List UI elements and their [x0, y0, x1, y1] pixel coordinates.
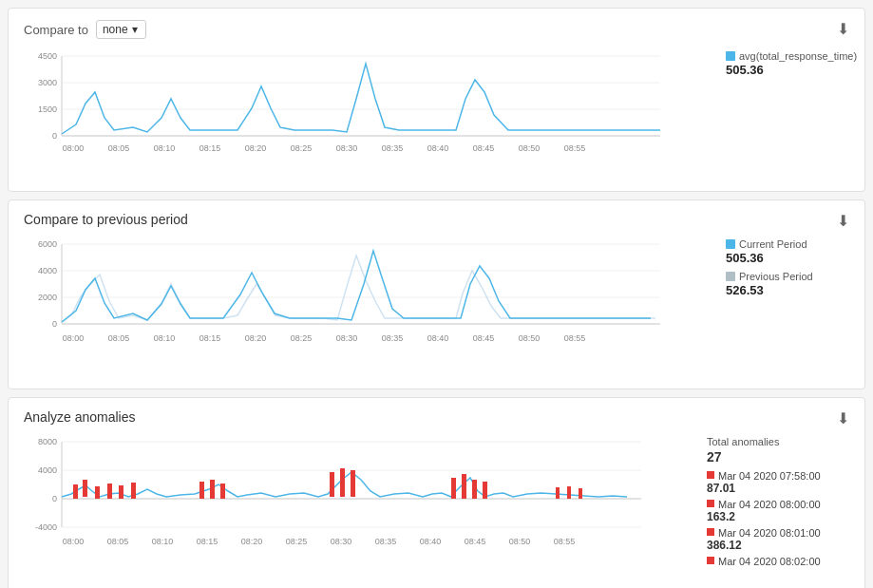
svg-text:1500: 1500 — [38, 104, 57, 114]
anomaly-entry-2: Mar 04 2020 08:01:00 386.12 — [707, 527, 849, 552]
svg-text:08:50: 08:50 — [509, 537, 531, 546]
anomaly-bar — [579, 488, 582, 499]
svg-text:08:30: 08:30 — [331, 537, 352, 546]
anomaly-bar — [220, 484, 225, 499]
anomaly-bar — [567, 486, 571, 499]
svg-text:0: 0 — [52, 494, 57, 503]
anomaly-entry-1: Mar 04 2020 08:00:00 163.2 — [707, 499, 849, 523]
svg-text:08:40: 08:40 — [420, 537, 442, 546]
download-button-2[interactable]: ⬇ — [837, 212, 849, 230]
svg-text:08:40: 08:40 — [427, 333, 449, 343]
anomaly-bar — [483, 482, 487, 499]
chart-svg-1: 4500 3000 1500 0 08:00 08:05 08:10 08:15… — [24, 47, 670, 180]
anomaly-val-0: 87.01 — [707, 482, 849, 495]
chart-wrapper-1: 4500 3000 1500 0 08:00 08:05 08:10 08:15… — [24, 47, 714, 180]
anomaly-bar — [556, 487, 560, 499]
anomaly-date-1: Mar 04 2020 08:00:00 — [718, 499, 821, 510]
legend-current: Current Period 505.36 — [726, 238, 849, 265]
legend-value-1: 505.36 — [726, 63, 849, 77]
anomaly-bar — [451, 478, 456, 499]
svg-text:0: 0 — [52, 319, 57, 329]
legend-label-text-1: avg(total_response_time) — [739, 50, 857, 62]
svg-text:3000: 3000 — [38, 78, 57, 87]
anomaly-count: 27 — [707, 449, 849, 465]
legend-2: Current Period 505.36 Previous Period 52… — [726, 235, 849, 377]
anomaly-val-1: 163.2 — [707, 510, 849, 523]
svg-text:08:45: 08:45 — [473, 333, 495, 343]
svg-text:08:35: 08:35 — [375, 537, 397, 546]
svg-text:08:00: 08:00 — [63, 333, 85, 343]
svg-text:08:10: 08:10 — [152, 537, 174, 546]
svg-text:08:00: 08:00 — [63, 143, 85, 153]
chart-area-1: 4500 3000 1500 0 08:00 08:05 08:10 08:15… — [24, 47, 849, 180]
svg-text:08:55: 08:55 — [554, 537, 576, 546]
legend-swatch-current — [726, 239, 735, 249]
svg-text:08:05: 08:05 — [108, 333, 130, 343]
legend-1: avg(total_response_time) 505.36 — [726, 47, 849, 180]
svg-text:08:35: 08:35 — [382, 143, 404, 153]
anomaly-bar — [351, 470, 355, 497]
anomaly-stats-label: Total anomalies — [707, 436, 849, 447]
svg-text:08:25: 08:25 — [291, 333, 313, 343]
svg-text:2000: 2000 — [38, 293, 57, 302]
svg-text:-4000: -4000 — [35, 522, 57, 532]
svg-text:08:50: 08:50 — [519, 143, 541, 153]
anomaly-bar — [199, 482, 204, 499]
svg-text:08:05: 08:05 — [107, 537, 129, 546]
svg-text:08:20: 08:20 — [245, 143, 267, 153]
svg-text:08:00: 08:00 — [63, 537, 85, 546]
anomaly-bar — [119, 485, 123, 499]
analyze-anomalies-panel: Analyze anomalies ⬇ 8000 4000 0 -4000 — [8, 397, 865, 588]
anomaly-red-square-3 — [707, 557, 714, 564]
anomaly-red-square-2 — [707, 528, 714, 536]
svg-text:0: 0 — [52, 131, 57, 141]
panel3-title: Analyze anomalies — [24, 409, 849, 425]
anomaly-bar — [472, 480, 477, 499]
svg-text:4500: 4500 — [38, 51, 57, 61]
anomaly-bar — [131, 483, 136, 499]
anomaly-bar — [107, 484, 112, 499]
anomaly-bar — [95, 486, 100, 499]
svg-text:08:20: 08:20 — [245, 333, 267, 343]
svg-text:08:30: 08:30 — [336, 333, 358, 343]
download-button[interactable]: ⬇ — [837, 20, 849, 38]
svg-text:08:55: 08:55 — [564, 143, 586, 153]
chart-svg-2: 6000 4000 2000 0 08:00 08:05 08:10 08:15… — [24, 235, 670, 377]
anomaly-date-2: Mar 04 2020 08:01:00 — [718, 527, 821, 539]
legend-value-current: 505.36 — [726, 251, 849, 265]
anomaly-bar — [73, 484, 78, 499]
legend-swatch-previous — [726, 272, 735, 281]
chart-wrapper-2: 6000 4000 2000 0 08:00 08:05 08:10 08:15… — [24, 235, 714, 377]
legend-label-previous: Previous Period — [739, 271, 813, 282]
svg-text:08:30: 08:30 — [336, 143, 358, 153]
chart-svg-3: 8000 4000 0 -4000 — [24, 432, 651, 579]
svg-text:08:10: 08:10 — [154, 333, 176, 343]
compare-dropdown[interactable]: none ▾ — [96, 20, 146, 39]
svg-text:8000: 8000 — [38, 437, 57, 446]
svg-text:08:35: 08:35 — [382, 333, 404, 343]
anomaly-bar — [340, 468, 345, 497]
dropdown-value: none — [103, 23, 128, 36]
anomaly-entry-0: Mar 04 2020 07:58:00 87.01 — [707, 470, 849, 495]
anomaly-date-0: Mar 04 2020 07:58:00 — [718, 470, 821, 482]
chart-area-2: 6000 4000 2000 0 08:00 08:05 08:10 08:15… — [24, 235, 849, 377]
anomaly-bar — [462, 474, 466, 499]
svg-text:08:15: 08:15 — [199, 143, 221, 153]
chevron-down-icon: ▾ — [132, 23, 138, 36]
anomaly-red-square-0 — [707, 471, 714, 479]
legend-value-previous: 526.53 — [726, 283, 849, 297]
panel2-title: Compare to previous period — [24, 212, 849, 227]
svg-text:08:15: 08:15 — [197, 537, 218, 546]
svg-text:08:20: 08:20 — [241, 537, 263, 546]
svg-text:08:10: 08:10 — [154, 143, 176, 153]
legend-previous: Previous Period 526.53 — [726, 271, 849, 297]
anomaly-stats: Total anomalies 27 Mar 04 2020 07:58:00 … — [707, 432, 849, 579]
anomaly-date-3: Mar 04 2020 08:02:00 — [718, 556, 821, 567]
download-button-3[interactable]: ⬇ — [837, 409, 849, 427]
compare-previous-panel: Compare to previous period ⬇ 6000 4000 2… — [8, 199, 865, 389]
legend-label-current: Current Period — [739, 238, 807, 250]
svg-text:4000: 4000 — [38, 465, 57, 475]
svg-text:08:50: 08:50 — [519, 333, 541, 343]
compare-label: Compare to — [24, 23, 88, 37]
anomaly-val-2: 386.12 — [707, 539, 849, 552]
